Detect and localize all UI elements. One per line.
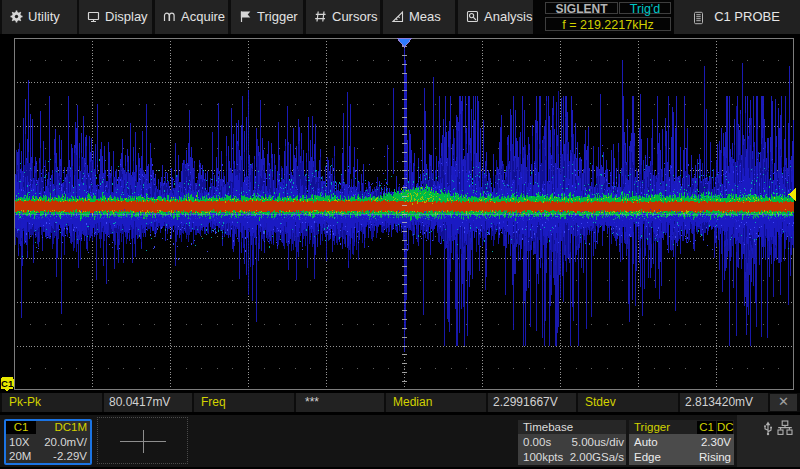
svg-text:C1: C1 — [1, 378, 14, 389]
